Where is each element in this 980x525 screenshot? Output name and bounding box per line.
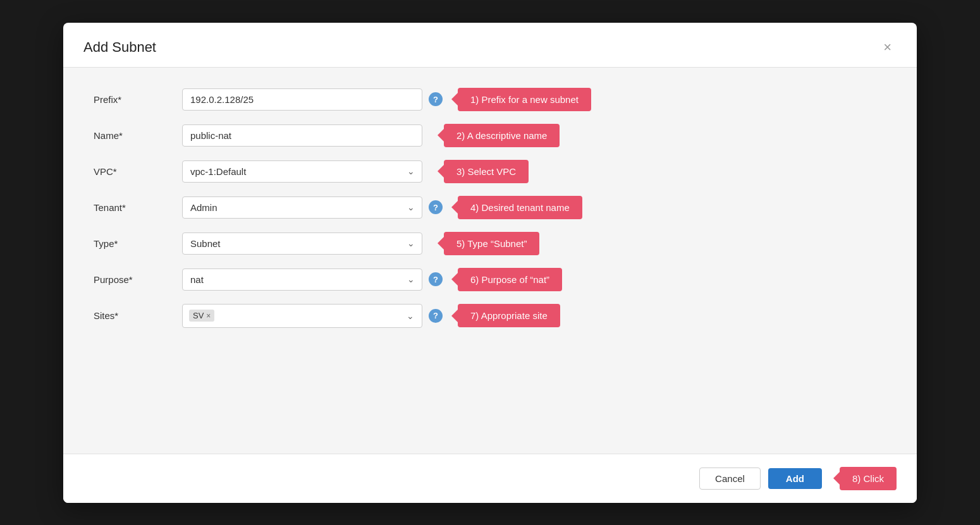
vpc-annotation: 3) Select VPC bbox=[444, 160, 529, 183]
name-control bbox=[182, 124, 429, 147]
sites-tag-label: SV bbox=[193, 311, 204, 320]
tenant-annotation: 4) Desired tenant name bbox=[458, 196, 582, 219]
name-annotation-bubble: 2) A descriptive name bbox=[444, 124, 560, 147]
purpose-select[interactable]: nat bbox=[182, 269, 422, 291]
close-button[interactable]: × bbox=[878, 38, 897, 57]
type-control: Subnet ⌄ bbox=[182, 232, 429, 255]
purpose-help-icon[interactable]: ? bbox=[429, 272, 443, 286]
sites-annotation: 7) Appropriate site bbox=[458, 304, 560, 327]
sites-control: SV × ⌄ ? bbox=[182, 304, 443, 328]
tenant-control: Admin ⌄ ? bbox=[182, 196, 443, 219]
sites-help-icon[interactable]: ? bbox=[429, 309, 443, 323]
tenant-label: Tenant* bbox=[94, 202, 182, 213]
vpc-control: vpc-1:Default ⌄ bbox=[182, 160, 429, 183]
sites-chevron-down-icon: ⌄ bbox=[407, 311, 414, 321]
name-row: Name* 2) A descriptive name bbox=[94, 124, 886, 147]
sites-tag-sv: SV × bbox=[189, 310, 214, 322]
prefix-input[interactable] bbox=[182, 88, 422, 111]
add-annotation: 8) Click bbox=[840, 467, 897, 490]
vpc-annotation-bubble: 3) Select VPC bbox=[444, 160, 529, 183]
prefix-label: Prefix* bbox=[94, 94, 182, 105]
sites-annotation-bubble: 7) Appropriate site bbox=[458, 304, 560, 327]
add-annotation-bubble: 8) Click bbox=[840, 467, 897, 490]
type-row: Type* Subnet ⌄ 5) Type “Subnet” bbox=[94, 232, 886, 255]
sites-label: Sites* bbox=[94, 310, 182, 321]
cancel-button[interactable]: Cancel bbox=[699, 468, 761, 490]
sites-row: Sites* SV × ⌄ ? 7) Appropriate site bbox=[94, 304, 886, 328]
vpc-label: VPC* bbox=[94, 166, 182, 177]
type-select[interactable]: Subnet bbox=[182, 232, 422, 255]
tenant-annotation-bubble: 4) Desired tenant name bbox=[458, 196, 582, 219]
prefix-control: ? bbox=[182, 88, 443, 111]
dialog-title: Add Subnet bbox=[83, 39, 156, 56]
purpose-control: nat ⌄ ? bbox=[182, 269, 443, 291]
purpose-annotation: 6) Purpose of “nat” bbox=[458, 268, 562, 291]
type-select-wrap: Subnet ⌄ bbox=[182, 232, 422, 255]
prefix-annotation: 1) Prefix for a new subnet bbox=[458, 88, 591, 111]
type-label: Type* bbox=[94, 238, 182, 249]
tenant-select[interactable]: Admin bbox=[182, 196, 422, 219]
type-annotation-bubble: 5) Type “Subnet” bbox=[444, 232, 539, 255]
add-button[interactable]: Add bbox=[768, 468, 822, 489]
add-subnet-dialog: Add Subnet × Prefix* ? 1) Prefix for a n… bbox=[63, 23, 917, 503]
purpose-select-wrap: nat ⌄ bbox=[182, 269, 422, 291]
dialog-body: Prefix* ? 1) Prefix for a new subnet Nam… bbox=[63, 68, 917, 454]
purpose-row: Purpose* nat ⌄ ? 6) Purpose of “nat” bbox=[94, 268, 886, 291]
prefix-row: Prefix* ? 1) Prefix for a new subnet bbox=[94, 88, 886, 111]
dialog-header: Add Subnet × bbox=[63, 23, 917, 68]
type-annotation: 5) Type “Subnet” bbox=[444, 232, 539, 255]
dialog-footer: Cancel Add 8) Click bbox=[63, 454, 917, 503]
prefix-help-icon[interactable]: ? bbox=[429, 92, 443, 106]
tenant-help-icon[interactable]: ? bbox=[429, 200, 443, 214]
vpc-select-wrap: vpc-1:Default ⌄ bbox=[182, 160, 422, 183]
name-label: Name* bbox=[94, 130, 182, 141]
purpose-label: Purpose* bbox=[94, 274, 182, 285]
tenant-row: Tenant* Admin ⌄ ? 4) Desired tenant name bbox=[94, 196, 886, 219]
sites-input-wrap[interactable]: SV × ⌄ bbox=[182, 304, 422, 328]
name-input[interactable] bbox=[182, 124, 422, 147]
vpc-row: VPC* vpc-1:Default ⌄ 3) Select VPC bbox=[94, 160, 886, 183]
name-annotation: 2) A descriptive name bbox=[444, 124, 560, 147]
prefix-annotation-bubble: 1) Prefix for a new subnet bbox=[458, 88, 591, 111]
vpc-select[interactable]: vpc-1:Default bbox=[182, 160, 422, 183]
tenant-select-wrap: Admin ⌄ bbox=[182, 196, 422, 219]
sites-tag-close-icon[interactable]: × bbox=[206, 311, 211, 320]
purpose-annotation-bubble: 6) Purpose of “nat” bbox=[458, 268, 562, 291]
